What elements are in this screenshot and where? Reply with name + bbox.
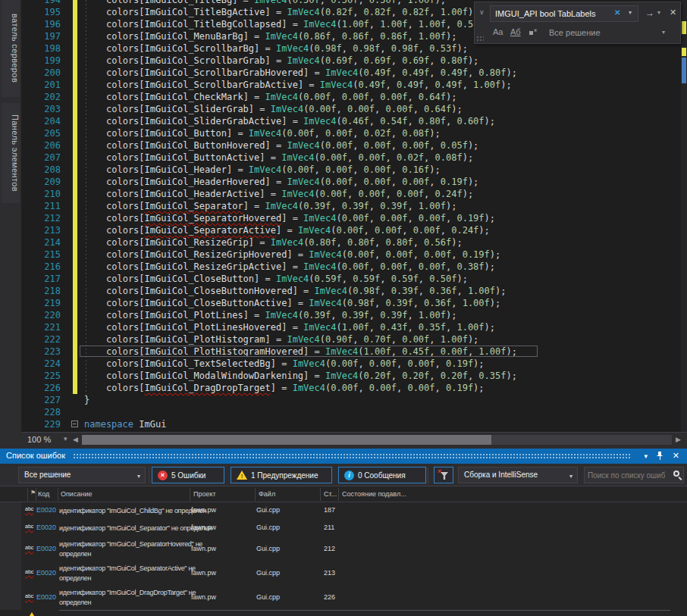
identifier: ImGuiCol_SliderGrabActive xyxy=(145,116,282,127)
find-clear-icon[interactable]: ✕ xyxy=(614,8,620,17)
identifier: ImGuiCol_CloseButton xyxy=(145,274,255,284)
warnings-filter-button[interactable]: ! 1 Предупреждение xyxy=(231,467,332,483)
change-tracking-bar xyxy=(73,42,77,55)
code-line-209[interactable]: 209colors[ImGuiCol_HeaderHovered] = ImVe… xyxy=(21,176,681,188)
code-text: colors[ImGuiCol_ModalWindowDarkening] = … xyxy=(106,370,517,382)
column-header-5[interactable]: Состояние подавл... xyxy=(342,490,406,498)
code-line-217[interactable]: 217colors[ImGuiCol_CloseButton] = ImVec4… xyxy=(21,273,681,285)
find-history-caret-icon[interactable]: ▾ xyxy=(629,9,632,16)
search-icon[interactable] xyxy=(673,471,679,477)
scrollbar-thumb[interactable] xyxy=(682,58,686,83)
code-line-211[interactable]: 211colors[ImGuiCol_Separator] = ImVec4(0… xyxy=(21,200,681,212)
code-line-199[interactable]: 199colors[ImGuiCol_ScrollbarGrab] = ImVe… xyxy=(21,55,681,67)
code-line-212[interactable]: 212colors[ImGuiCol_SeparatorHovered] = I… xyxy=(21,212,681,224)
code-line-201[interactable]: 201colors[ImGuiCol_ScrollbarGrabActive] … xyxy=(21,79,681,91)
errors-filter-button[interactable]: × 5 Ошибки xyxy=(152,467,224,483)
code-line-215[interactable]: 215colors[ImGuiCol_ResizeGripHovered] = … xyxy=(21,249,681,261)
pin-icon[interactable] xyxy=(655,451,663,462)
hscroll-left-arrow-icon[interactable]: ◀ xyxy=(73,436,78,443)
window-position-caret-icon[interactable]: ▾ xyxy=(644,452,648,460)
code-line-206[interactable]: 206colors[ImGuiCol_ButtonHovered] = ImVe… xyxy=(21,139,681,152)
code-text: colors[ImGuiCol_SeparatorActive] = ImVec… xyxy=(106,224,490,236)
code-line-202[interactable]: 202colors[ImGuiCol_CheckMark] = ImVec4(0… xyxy=(21,91,681,103)
code-line-208[interactable]: 208colors[ImGuiCol_Header] = ImVec4(0.00… xyxy=(21,164,681,176)
code-line-204[interactable]: 204colors[ImGuiCol_SliderGrabActive] = I… xyxy=(21,115,681,127)
hscroll-right-arrow-icon[interactable]: ▶ xyxy=(676,436,681,443)
find-panel-grip[interactable] xyxy=(476,36,484,42)
title-drag-grip[interactable] xyxy=(73,453,631,460)
zoom-level-dropdown[interactable]: 100 % xyxy=(27,435,51,444)
error-code-link[interactable]: E0020 xyxy=(36,569,56,577)
code-line-214[interactable]: 214colors[ImGuiCol_ResizeGrip] = ImVec4(… xyxy=(21,236,681,249)
code-line-216[interactable]: 216colors[ImGuiCol_ResizeGripActive] = I… xyxy=(21,261,681,273)
change-tracking-bar xyxy=(73,188,77,200)
code-line-226[interactable]: 226colors[ImGuiCol_DragDropTarget] = ImV… xyxy=(21,382,681,394)
error-search-input[interactable] xyxy=(585,467,668,483)
column-header-3[interactable]: Файл xyxy=(259,490,275,498)
code-line-210[interactable]: 210colors[ImGuiCol_HeaderActive] = ImVec… xyxy=(21,188,681,200)
find-next-caret-icon[interactable]: ▾ xyxy=(657,9,660,16)
code-line-222[interactable]: 222colors[ImGuiCol_PlotHistogram] = ImVe… xyxy=(21,333,681,346)
code-line-229[interactable]: 229−namespace ImGui xyxy=(21,418,681,430)
change-tracking-bar xyxy=(73,236,77,249)
code-line-221[interactable]: 221colors[ImGuiCol_PlotLinesHovered] = I… xyxy=(21,321,681,333)
code-line-203[interactable]: 203colors[ImGuiCol_SliderGrab] = ImVec4(… xyxy=(21,103,681,115)
line-number: 195 xyxy=(29,6,61,18)
error-row[interactable]: abcE0020идентификатор "ImGuiCol_Separato… xyxy=(0,537,687,561)
code-line-218[interactable]: 218colors[ImGuiCol_CloseButtonHovered] =… xyxy=(21,285,681,297)
find-scope-caret-icon[interactable]: ▾ xyxy=(662,29,665,36)
clear-filter-button[interactable]: × xyxy=(434,467,453,483)
error-code-link[interactable]: E0020 xyxy=(36,545,56,552)
scope-dropdown[interactable]: Все решение ▾ xyxy=(18,467,146,483)
column-header-1[interactable]: Описание xyxy=(61,490,92,498)
code-line-225[interactable]: 225colors[ImGuiCol_ModalWindowDarkening]… xyxy=(21,370,681,382)
code-line-219[interactable]: 219colors[ImGuiCol_CloseButtonActive] = … xyxy=(21,297,681,309)
find-scope-dropdown[interactable]: Все решение xyxy=(549,28,601,37)
code-line-224[interactable]: 224colors[ImGuiCol_TextSelectedBg] = ImV… xyxy=(21,358,681,370)
find-expander-icon[interactable]: ∨ xyxy=(479,8,485,16)
match-word-toggle[interactable]: Аб xyxy=(510,27,521,36)
identifier: ImGuiCol_TitleBgActive xyxy=(145,7,265,17)
code-line-223[interactable]: 223colors[ImGuiCol_PlotHistogramHovered]… xyxy=(21,346,681,358)
match-case-toggle[interactable]: Aa xyxy=(493,27,503,36)
column-separator xyxy=(338,488,339,501)
error-code-link[interactable]: E0020 xyxy=(36,524,56,531)
line-number: 228 xyxy=(29,406,61,418)
zoom-caret-icon[interactable]: ▾ xyxy=(64,435,67,442)
column-header-2[interactable]: Проект xyxy=(193,490,216,498)
code-line-200[interactable]: 200colors[ImGuiCol_ScrollbarGrabHovered]… xyxy=(21,67,681,79)
error-row[interactable]: abcE0020идентификатор "ImGuiCol_ChildBg"… xyxy=(0,502,687,520)
sidebar-tab-server-explorer[interactable]: ватель серверов xyxy=(2,0,20,97)
code-line-213[interactable]: 213colors[ImGuiCol_SeparatorActive] = Im… xyxy=(21,224,681,236)
code-line-227[interactable]: 227} xyxy=(21,394,681,406)
fold-collapse-icon[interactable]: − xyxy=(71,421,78,427)
error-row[interactable]: abcE0020идентификатор "ImGuiCol_Separato… xyxy=(0,561,687,586)
code-line-207[interactable]: 207colors[ImGuiCol_ButtonActive] = ImVec… xyxy=(21,152,681,164)
warning-row-partial[interactable] xyxy=(0,610,687,616)
find-close-icon[interactable]: ✕ xyxy=(670,8,676,17)
error-row[interactable]: abcE0020идентификатор "ImGuiCol_DragDrop… xyxy=(0,586,687,610)
error-project: fawn.pw xyxy=(191,545,216,552)
error-code-link[interactable]: E0020 xyxy=(36,593,56,601)
close-icon[interactable]: ✕ xyxy=(673,451,679,461)
regex-toggle[interactable]: * xyxy=(529,27,537,36)
column-header-4[interactable]: Ст... xyxy=(324,490,337,498)
find-next-icon[interactable]: → xyxy=(645,8,654,18)
horizontal-scrollbar[interactable] xyxy=(82,435,672,445)
error-list-title-bar[interactable]: Список ошибок ▾ ✕ xyxy=(0,449,687,464)
code-line-198[interactable]: 198colors[ImGuiCol_ScrollbarBg] = ImVec4… xyxy=(21,42,681,55)
code-editor[interactable]: 194colors[ImGuiCol_TitleBg] = ImVec4(0.5… xyxy=(21,0,687,432)
code-line-220[interactable]: 220colors[ImGuiCol_PlotLines] = ImVec4(0… xyxy=(21,309,681,321)
error-code-link[interactable]: E0020 xyxy=(36,506,56,514)
sidebar-tab-toolbox[interactable]: Панель элементов xyxy=(2,103,20,203)
build-intellisense-dropdown[interactable]: Сборка и IntelliSense ▾ xyxy=(458,467,578,483)
line-number: 207 xyxy=(29,152,61,164)
error-row[interactable]: abcE0020идентификатор "ImGuiCol_Separato… xyxy=(0,520,687,537)
code-line-205[interactable]: 205colors[ImGuiCol_Button] = ImVec4(0.00… xyxy=(21,127,681,139)
editor-vertical-scrollbar[interactable] xyxy=(681,0,687,432)
column-header-0[interactable]: Код xyxy=(38,490,49,498)
messages-filter-button[interactable]: i 0 Сообщения xyxy=(338,467,426,483)
code-line-228[interactable]: 228 xyxy=(21,406,681,418)
error-project: fawn.pw xyxy=(191,569,216,577)
horizontal-scrollbar-thumb[interactable] xyxy=(82,435,491,445)
